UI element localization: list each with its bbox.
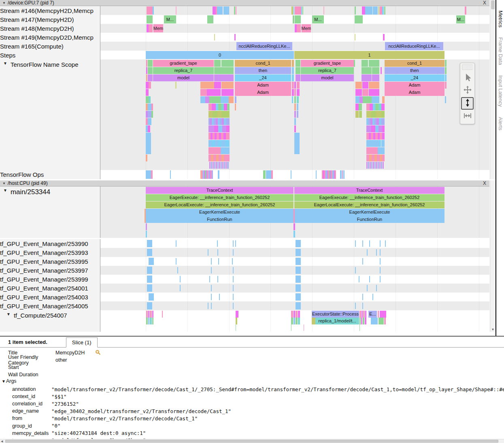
trace-event[interactable] [366,162,368,169]
trace-event[interactable] [375,125,379,132]
trace-event[interactable] [376,162,377,169]
trace-event[interactable] [208,249,208,256]
trace-event[interactable] [148,318,149,324]
collapse-arrow-icon[interactable]: ▼ [2,182,6,185]
trace-event[interactable] [376,111,381,118]
trace-event[interactable] [218,170,219,179]
trace-event[interactable] [340,170,342,179]
row-label-main-253344[interactable]: ▼main/253344 [0,187,100,238]
trace-event[interactable] [233,240,234,247]
trace-event[interactable] [366,111,371,118]
trace-event[interactable] [296,302,301,309]
trace-event[interactable] [294,125,296,132]
trace-event[interactable] [147,15,153,23]
row-label-stream-149[interactable]: Stream #149(MemcpyD2D,Memcp [0,33,100,42]
trace-event[interactable] [380,240,381,247]
trace-event[interactable] [297,104,298,110]
panel-header-cpu[interactable]: ▼/host:CPU (pid 49)X [0,180,489,187]
trace-event[interactable] [359,324,360,331]
trace-event[interactable] [373,162,374,169]
trace-event[interactable] [379,318,384,324]
trace-event[interactable] [296,67,300,74]
trace-event[interactable] [359,96,363,103]
row-track-tf-ops[interactable] [100,170,489,179]
trace-event[interactable]: Adam [385,82,444,89]
trace-event[interactable]: replica_1/model/t... [315,318,359,324]
trace-event[interactable] [236,318,237,324]
trace-event[interactable]: Adam [236,89,290,96]
trace-event[interactable] [365,318,366,324]
trace-event[interactable] [359,276,359,282]
trace-event[interactable] [146,223,147,230]
trace-event[interactable] [383,162,384,169]
trace-event[interactable] [148,67,153,74]
trace-event[interactable] [292,74,294,81]
trace-event[interactable] [372,74,379,81]
trace-event[interactable] [382,6,384,15]
trace-event[interactable]: cond_1 [385,60,444,67]
trace-event[interactable] [233,294,234,300]
row-label-event-mgr-254003[interactable]: tf_GPU_Event_Manager/254003 [0,293,100,301]
trace-event[interactable] [216,162,217,169]
row-label-event-mgr-253995[interactable]: tf_GPU_Event_Manager/253995 [0,257,100,266]
trace-event[interactable] [362,311,363,318]
trace-event[interactable] [380,267,381,273]
trace-event[interactable] [211,258,212,265]
trace-event[interactable] [146,231,147,237]
trace-event[interactable]: EagerLocalExecute: __inference_train_fun… [146,201,293,208]
row-label-tf-name-scope[interactable]: ▼TensorFlow Name Scope [0,59,100,170]
trace-event[interactable] [221,89,234,96]
trace-event[interactable] [383,34,385,40]
trace-event[interactable] [378,147,385,154]
trace-event[interactable] [298,318,300,324]
tab-metrics[interactable]: Metrics [498,11,504,28]
row-label-event-mgr-253993[interactable]: tf_GPU_Event_Manager/253993 [0,248,100,257]
trace-event[interactable] [233,276,234,282]
trace-event[interactable] [380,276,381,282]
trace-event[interactable] [359,111,362,118]
trace-event[interactable] [212,104,216,110]
trace-event[interactable] [294,133,300,154]
trace-event[interactable] [151,111,153,118]
trace-event[interactable]: M... [456,15,465,23]
trace-event[interactable] [170,170,171,179]
trace-event[interactable] [382,133,385,140]
trace-event[interactable] [151,104,153,110]
trace-event[interactable] [176,258,177,265]
trace-event[interactable] [146,170,151,179]
trace-event[interactable] [372,67,379,74]
trace-event[interactable] [146,311,148,318]
trace-event[interactable] [147,240,152,247]
trace-event[interactable] [355,15,363,23]
trace-event[interactable]: EagerLocalExecute: __inference_train_fun… [294,201,444,208]
collapse-arrow-icon[interactable]: ▼ [3,188,7,193]
row-label-stream-146[interactable]: Stream #146(MemcpyH2D,Memcp [0,6,100,15]
trace-event[interactable] [297,24,301,32]
trace-event[interactable] [369,240,370,247]
trace-event[interactable] [294,118,296,125]
trace-event[interactable] [146,67,147,74]
scroll-left-arrow-icon[interactable]: ◀ [1,439,3,443]
trace-event[interactable] [384,318,386,324]
trace-event[interactable] [297,111,298,118]
trace-event[interactable] [221,82,234,89]
trace-event[interactable] [211,303,212,309]
trace-event[interactable] [355,82,362,89]
trace-event[interactable] [234,34,236,40]
trace-event[interactable]: replica_7 [301,67,354,74]
trace-event[interactable] [293,318,295,324]
trace-event[interactable] [381,140,385,147]
trace-event[interactable] [379,162,381,169]
trace-event[interactable] [445,96,446,103]
trace-event[interactable] [335,170,336,179]
trace-event[interactable] [222,162,223,169]
trace-event[interactable] [304,324,304,331]
row-track-event-mgr-254005[interactable] [100,301,489,310]
horizontal-scroll-thumb[interactable] [5,440,498,443]
trace-event[interactable] [292,82,294,89]
trace-event[interactable]: E... [368,311,377,318]
trace-event[interactable] [298,311,300,318]
trace-event[interactable] [180,276,181,282]
trace-event[interactable] [233,303,234,309]
row-track-event-mgr-253997[interactable] [100,266,489,275]
